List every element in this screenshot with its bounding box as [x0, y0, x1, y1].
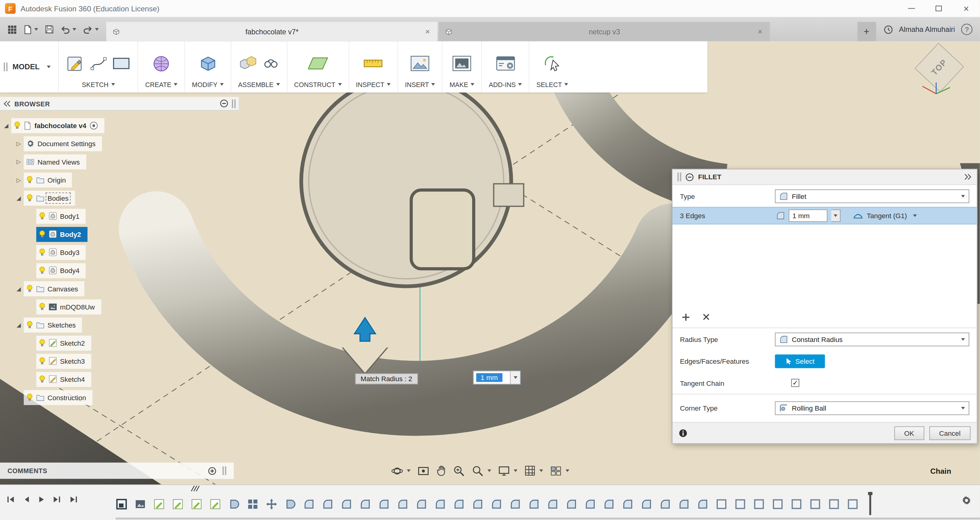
timeline-feature-box-33[interactable]: [714, 497, 728, 511]
keyhole-cutout[interactable]: [411, 190, 474, 269]
browser-row-mdqd8uw[interactable]: mDQD8Uw: [0, 297, 239, 316]
canvas-radius-input[interactable]: 1 mm: [473, 371, 520, 385]
timeline-settings-icon[interactable]: [961, 495, 972, 506]
dialog-grip[interactable]: [677, 173, 681, 181]
chevron-down-icon[interactable]: [539, 469, 543, 472]
play-button[interactable]: [38, 496, 45, 505]
fillet-dialog-header[interactable]: FILLET: [673, 169, 977, 185]
skip-start-button[interactable]: [7, 496, 15, 505]
collapse-browser-icon[interactable]: [3, 100, 10, 107]
timeline-feature-fillet-12[interactable]: [321, 497, 334, 511]
new-tab-button[interactable]: +: [857, 22, 876, 41]
help-icon[interactable]: ?: [961, 24, 973, 35]
create-form-icon[interactable]: [151, 53, 171, 73]
redo-button[interactable]: [82, 24, 100, 35]
expander-open-icon[interactable]: ◢: [15, 195, 22, 201]
timeline-feature-sketch-6[interactable]: [208, 497, 222, 511]
chevron-down-icon[interactable]: [514, 469, 517, 472]
timeline-feature-fillet-30[interactable]: [658, 497, 672, 511]
radius-dropdown-button[interactable]: [831, 209, 841, 222]
browser-grip[interactable]: [232, 99, 235, 108]
timeline-feature-fillet-16[interactable]: [396, 497, 409, 511]
timeline-feature-box-40[interactable]: [845, 497, 859, 511]
comments-bar[interactable]: COMMENTS: [0, 463, 234, 479]
bulb-icon[interactable]: [14, 121, 21, 130]
press-pull-icon[interactable]: [198, 53, 218, 73]
continuity-value[interactable]: Tangent (G1): [867, 212, 907, 219]
timeline-feature-sketch-5[interactable]: [189, 497, 203, 511]
bulb-icon[interactable]: [38, 375, 45, 383]
timeline-position-marker[interactable]: [869, 493, 871, 515]
timeline-feature-box-34[interactable]: [733, 497, 747, 511]
expander-open-icon[interactable]: ◢: [15, 285, 22, 291]
expander-closed-icon[interactable]: ▷: [15, 158, 22, 165]
timeline-feature-move-9[interactable]: [264, 497, 278, 511]
timeline-feature-fillet-18[interactable]: [433, 497, 447, 511]
toolbar-group-label[interactable]: MODIFY: [192, 81, 224, 88]
browser-row-named-views[interactable]: ▷Named Views: [0, 153, 239, 171]
edge-set-row[interactable]: 3 Edges 1 mm Tangent (G1): [673, 207, 977, 224]
browser-row-body1[interactable]: Body1: [0, 207, 239, 225]
timeline-feature-extrude-10[interactable]: [283, 497, 297, 511]
timeline-feature-fillet-14[interactable]: [358, 497, 372, 511]
timeline-feature-box-37[interactable]: [789, 497, 803, 511]
timeline-feature-fillet-21[interactable]: [489, 497, 503, 511]
toolbar-group-sketch[interactable]: SKETCH: [58, 41, 138, 92]
dock-dialog-icon[interactable]: [964, 174, 972, 180]
timeline-feature-box-35[interactable]: [752, 497, 765, 511]
add-comment-icon[interactable]: [208, 467, 216, 475]
document-tab-1[interactable]: fabchocolate v7*×: [106, 22, 438, 41]
bulb-icon[interactable]: [38, 266, 45, 275]
timeline-feature-pattern-8[interactable]: [246, 497, 259, 511]
toolbar-group-addins[interactable]: ADD-INS: [481, 41, 529, 92]
browser-row-body4[interactable]: Body4: [0, 261, 239, 280]
select-cursor-icon[interactable]: [543, 54, 562, 73]
browser-row-origin[interactable]: ▷Origin: [0, 171, 239, 189]
bulb-icon[interactable]: [26, 321, 33, 329]
toolbar-group-label[interactable]: CONSTRUCT: [294, 81, 342, 88]
orbit-tool[interactable]: [391, 465, 410, 477]
toolbar-group-label[interactable]: ASSEMBLE: [238, 81, 280, 88]
browser-row-canvases[interactable]: ◢Canvases: [0, 280, 239, 297]
rect-tool-icon[interactable]: [112, 56, 131, 71]
tangent-chain-checkbox[interactable]: ✓: [791, 379, 800, 387]
browser-row-document-settings[interactable]: ▷Document Settings: [0, 135, 239, 153]
addins-icon[interactable]: [495, 55, 515, 72]
expander-closed-icon[interactable]: ▷: [15, 394, 22, 400]
display-tool[interactable]: [498, 466, 517, 476]
timeline-feature-canvas-2[interactable]: [133, 497, 147, 511]
timeline-feature-fillet-28[interactable]: [620, 497, 635, 511]
browser-row-construction[interactable]: ▷Construction: [0, 388, 239, 406]
step-back-button[interactable]: [23, 496, 30, 505]
toolbar-group-construct[interactable]: CONSTRUCT: [287, 41, 348, 92]
toolbar-group-label[interactable]: INSERT: [405, 81, 435, 88]
maximize-button[interactable]: [925, 0, 953, 17]
radius-input-dropdown[interactable]: [510, 371, 520, 384]
corner-type-dropdown[interactable]: Rolling Ball: [775, 401, 969, 415]
toolbar-group-inspect[interactable]: INSPECT: [348, 41, 397, 92]
viewports-tool[interactable]: [550, 466, 569, 476]
toolbar-group-label[interactable]: INSPECT: [356, 81, 391, 88]
disc-body[interactable]: [301, 76, 511, 286]
toolbar-group-insert[interactable]: INSERT: [398, 41, 442, 92]
toolbar-group-assemble[interactable]: ASSEMBLE: [231, 41, 287, 92]
radius-value-input[interactable]: 1 mm: [789, 209, 827, 222]
assemble-icon[interactable]: [238, 53, 258, 73]
timeline-feature-fillet-23[interactable]: [527, 497, 541, 511]
insert-image-icon[interactable]: [410, 55, 430, 72]
browser-row-bodies[interactable]: ◢Bodies: [0, 189, 239, 207]
disc-tab[interactable]: [494, 184, 524, 206]
zoomwin-tool[interactable]: [472, 465, 491, 477]
radius-type-dropdown[interactable]: Constant Radius: [775, 332, 969, 346]
view-cube-top-face[interactable]: TOP: [915, 43, 964, 92]
app-grid-icon[interactable]: [6, 24, 18, 35]
timeline-feature-fillet-11[interactable]: [302, 497, 315, 511]
lookat-tool[interactable]: [418, 465, 430, 477]
timeline-feature-fillet-24[interactable]: [546, 497, 559, 511]
bulb-icon[interactable]: [38, 230, 45, 239]
document-tab-2[interactable]: netcup v3×: [439, 22, 770, 41]
workspace-switcher[interactable]: MODEL: [0, 41, 58, 92]
tab-close-icon[interactable]: ×: [424, 27, 431, 37]
bulb-icon[interactable]: [26, 176, 33, 184]
info-icon[interactable]: [679, 428, 687, 437]
